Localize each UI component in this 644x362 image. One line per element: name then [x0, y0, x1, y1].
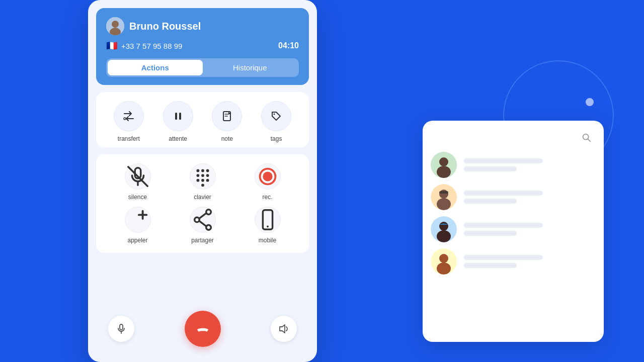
action-silence[interactable]: silence — [108, 163, 167, 201]
list-item[interactable] — [431, 248, 596, 275]
flag-phone: 🇫🇷 +33 7 57 95 88 99 — [106, 40, 182, 51]
phone-panel: Bruno Roussel 🇫🇷 +33 7 57 95 88 99 04:10… — [88, 0, 317, 362]
contacts-panel — [423, 121, 604, 342]
contact-info — [464, 255, 596, 268]
avatar — [106, 17, 124, 35]
mute-icon-circle — [125, 163, 151, 190]
tag-icon-circle — [261, 101, 291, 131]
name-placeholder — [464, 158, 543, 163]
tab-historique[interactable]: Historique — [203, 60, 298, 75]
action-transfert[interactable]: transfert — [114, 101, 144, 142]
detail-placeholder — [464, 263, 517, 268]
list-item[interactable] — [431, 152, 596, 178]
note-icon-circle — [212, 101, 242, 131]
contacts-header — [423, 121, 604, 152]
transfert-label: transfert — [118, 135, 140, 142]
name-placeholder — [464, 255, 543, 260]
action-note[interactable]: note — [212, 101, 242, 142]
record-icon — [255, 164, 280, 189]
attente-label: attente — [169, 135, 187, 142]
svg-point-25 — [194, 217, 199, 222]
svg-rect-5 — [179, 113, 181, 120]
keypad-icon-circle — [190, 163, 216, 190]
contact-card: Bruno Roussel 🇫🇷 +33 7 57 95 88 99 04:10… — [96, 8, 309, 85]
contact-header: Bruno Roussel — [106, 17, 299, 35]
search-icon — [581, 132, 592, 143]
pause-icon — [172, 110, 185, 123]
svg-point-46 — [439, 254, 448, 263]
svg-point-19 — [201, 184, 204, 187]
svg-point-14 — [201, 174, 204, 177]
add-call-icon-circle — [125, 207, 151, 233]
deco-dot — [586, 98, 594, 106]
svg-point-39 — [439, 190, 448, 199]
svg-point-44 — [437, 230, 451, 242]
secondary-actions: silence clavier — [96, 154, 309, 253]
contact-name: Bruno Roussel — [129, 21, 201, 32]
flag-icon: 🇫🇷 — [106, 40, 117, 51]
action-partager[interactable]: partager — [173, 207, 232, 244]
search-button[interactable] — [578, 129, 596, 147]
call-timer: 04:10 — [278, 41, 299, 50]
svg-point-7 — [274, 114, 275, 115]
name-placeholder — [464, 191, 543, 196]
contacts-list — [423, 152, 604, 275]
svg-point-16 — [196, 179, 199, 182]
clavier-label: clavier — [194, 194, 211, 201]
mute-button[interactable] — [108, 316, 134, 342]
svg-point-36 — [439, 157, 448, 166]
detail-placeholder — [464, 166, 517, 171]
avatar-2 — [431, 184, 457, 210]
contact-info — [464, 223, 596, 236]
svg-line-28 — [199, 221, 206, 226]
svg-point-3 — [124, 118, 126, 120]
svg-point-11 — [201, 169, 204, 172]
mute-icon — [125, 164, 150, 189]
detail-placeholder — [464, 231, 517, 236]
svg-point-15 — [206, 174, 209, 177]
mobile-icon-circle — [255, 207, 281, 233]
mobile-icon — [255, 207, 280, 232]
tab-actions[interactable]: Actions — [108, 60, 203, 75]
appeler-label: appeler — [127, 237, 147, 244]
list-item[interactable] — [431, 184, 596, 210]
svg-point-21 — [263, 171, 272, 181]
note-icon — [220, 110, 233, 123]
svg-point-17 — [201, 179, 204, 182]
hangup-icon — [194, 320, 212, 338]
list-item[interactable] — [431, 216, 596, 242]
phone-number: +33 7 57 95 88 99 — [121, 42, 182, 50]
svg-rect-4 — [175, 113, 177, 120]
tags-label: tags — [271, 135, 282, 142]
action-clavier[interactable]: clavier — [173, 163, 232, 201]
svg-point-18 — [206, 179, 209, 182]
svg-point-1 — [112, 21, 119, 28]
add-call-icon — [125, 207, 150, 232]
rec-label: rec. — [262, 194, 272, 201]
share-icon-circle — [190, 207, 216, 233]
svg-point-47 — [437, 262, 451, 275]
svg-line-34 — [588, 139, 590, 141]
svg-point-37 — [437, 166, 451, 178]
contact-info — [464, 158, 596, 171]
pause-icon-circle — [163, 101, 193, 131]
detail-placeholder — [464, 199, 517, 204]
note-label: note — [221, 135, 233, 142]
record-icon-circle — [255, 163, 281, 190]
speaker-button[interactable] — [271, 316, 297, 342]
action-attente[interactable]: attente — [163, 101, 193, 142]
mic-icon — [115, 322, 128, 335]
svg-point-24 — [206, 210, 211, 215]
action-mobile[interactable]: mobile — [238, 207, 297, 244]
action-rec[interactable]: rec. — [238, 163, 297, 201]
svg-point-43 — [439, 222, 448, 231]
tag-icon — [270, 110, 283, 123]
svg-rect-41 — [439, 191, 448, 194]
hangup-button[interactable] — [185, 311, 221, 347]
transfer-icon — [122, 110, 135, 123]
name-placeholder — [464, 223, 543, 228]
partager-label: partager — [191, 237, 214, 244]
svg-point-13 — [196, 174, 199, 177]
action-tags[interactable]: tags — [261, 101, 291, 142]
action-appeler[interactable]: appeler — [108, 207, 167, 244]
